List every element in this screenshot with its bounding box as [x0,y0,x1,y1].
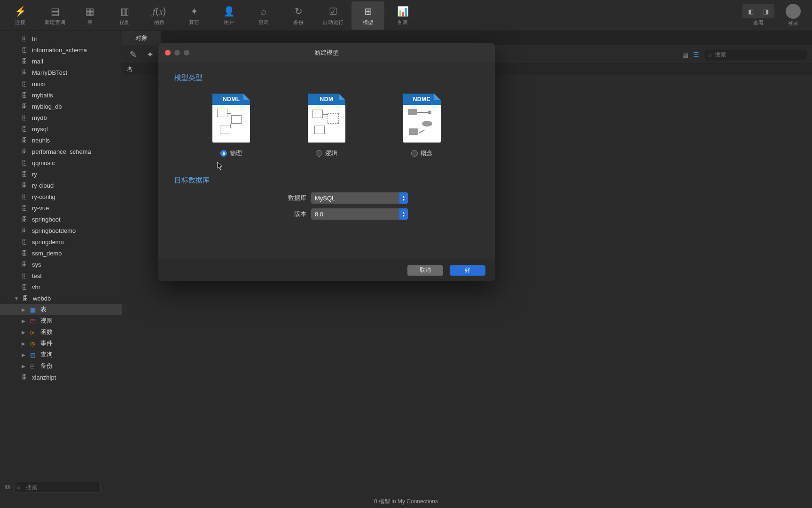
db-item[interactable]: test [0,270,122,281]
db-item[interactable]: vhr [0,281,122,293]
chevron-right-icon: ▶ [22,330,26,335]
db-item[interactable]: springbootdemo [0,225,122,236]
db-item[interactable]: xianzhipt [0,372,122,383]
login-button[interactable]: 登录 [778,4,808,27]
newquery-icon: ▤ [48,5,62,18]
sidebar-search-input[interactable] [14,482,101,493]
db-item[interactable]: ry-vue [0,202,122,214]
toolbar-connect[interactable]: ⚡连接 [4,1,37,30]
db-item[interactable]: mybatis [0,89,122,101]
backup-icon: ↻ [292,5,305,18]
database-icon [22,114,28,121]
db-item[interactable]: performance_schema [0,146,122,157]
toolbar-chart[interactable]: 📊图表 [386,1,419,30]
db-item[interactable]: myblog_db [0,101,122,112]
database-icon [22,47,28,53]
db-item[interactable]: hr [0,33,122,44]
file-icon: NDML [212,94,250,143]
db-item[interactable]: moxi [0,78,122,89]
modal-titlebar[interactable]: 新建模型 [158,43,495,62]
db-label: 数据库 [245,194,306,202]
db-item[interactable]: ry [0,168,122,180]
toolbar-autorun[interactable]: ☑自动运行 [317,1,350,30]
database-icon [22,137,28,143]
model-type-concept[interactable]: NDMC 概念 [403,94,441,158]
radio-physical[interactable] [220,150,227,157]
db-item[interactable]: ssm_demo [0,247,122,259]
search-icon: ⌕ [708,51,712,58]
backup-icon [30,363,37,369]
version-select[interactable]: 8.0 ▲▼ [311,208,408,220]
toolbar-view[interactable]: ▥视图 [108,1,141,30]
database-select[interactable]: MySQL ▲▼ [311,192,408,204]
grid-view-icon[interactable]: ▦ [682,51,688,58]
divider [174,169,479,169]
stack-icon[interactable]: ⧉ [3,483,12,491]
database-icon [22,103,28,110]
new-model-dialog: 新建模型 模型类型 NDML 物理 NDM [158,43,495,281]
panel-left-icon[interactable]: ◧ [743,5,758,17]
db-child-table[interactable]: ▶表 [0,304,122,315]
radio-concept[interactable] [411,150,418,157]
toolbar-query[interactable]: ⌕查询 [247,1,280,30]
database-icon [22,80,28,87]
ver-label: 版本 [245,210,306,218]
db-item[interactable]: information_schema [0,44,122,56]
toolbar-backup[interactable]: ↻备份 [282,1,315,30]
content-search-input[interactable] [715,51,803,58]
new-icon[interactable]: ✦ [144,48,156,61]
toolbar-other[interactable]: ✦其它 [178,1,211,30]
database-icon [22,58,28,64]
db-item[interactable]: springboot [0,214,122,225]
model-icon: ⊞ [361,5,375,18]
tab-objects[interactable]: 对象 [122,31,161,45]
avatar-icon [786,4,801,19]
database-icon [22,227,28,234]
database-icon [22,284,28,290]
db-child-view[interactable]: ▶视图 [0,315,122,326]
db-child-backup[interactable]: ▶备份 [0,360,122,372]
panel-right-icon[interactable]: ◨ [758,5,773,17]
db-item[interactable]: MarryDBTest [0,67,122,78]
database-icon [22,171,28,177]
database-icon [22,193,28,200]
view-icon: ▥ [118,5,131,18]
model-type-physical[interactable]: NDML 物理 [212,94,250,158]
model-type-logical[interactable]: NDM 逻辑 [308,94,345,158]
db-item[interactable]: sys [0,259,122,270]
ok-button[interactable]: 好 [450,265,485,276]
toolbar-table[interactable]: ▦表 [73,1,106,30]
db-child-event[interactable]: ▶事件 [0,338,122,349]
db-child-query[interactable]: ▶查询 [0,349,122,360]
db-item[interactable]: ry-config [0,191,122,202]
chevron-right-icon: ▶ [22,352,26,357]
database-icon [22,261,28,268]
db-item[interactable]: mysql [0,123,122,135]
database-icon [22,205,28,211]
view-toggle[interactable]: ◧ ◨ [742,4,774,18]
database-icon [22,126,28,132]
design-icon[interactable]: ✎ [127,48,139,61]
db-item[interactable]: neuhis [0,135,122,146]
status-text: 0 模型 in My Connections [374,498,438,506]
db-item[interactable]: mall [0,56,122,67]
radio-logical[interactable] [316,150,322,157]
database-open-icon [23,295,29,302]
list-view-icon[interactable]: ☰ [693,51,699,58]
view-mode-toggle: ▦ ☰ [682,51,699,58]
db-item[interactable]: ry-cloud [0,180,122,191]
cancel-button[interactable]: 取消 [407,265,443,276]
user-icon: 👤 [222,5,235,18]
toolbar-model[interactable]: ⊞模型 [351,1,384,30]
db-child-fx[interactable]: ▶函数 [0,326,122,338]
db-item[interactable]: mydb [0,112,122,123]
toolbar-newquery[interactable]: ▤新建查询 [39,1,71,30]
event-icon [30,340,37,347]
db-item[interactable]: qqmusic [0,157,122,168]
toolbar-user[interactable]: 👤用户 [212,1,245,30]
status-bar: 0 模型 in My Connections [0,495,812,508]
db-item-expanded[interactable]: ▼webdb [0,293,122,304]
toolbar-function[interactable]: 𝑓(𝑥)函数 [143,1,176,30]
database-icon [22,159,28,166]
db-item[interactable]: springdemo [0,236,122,247]
